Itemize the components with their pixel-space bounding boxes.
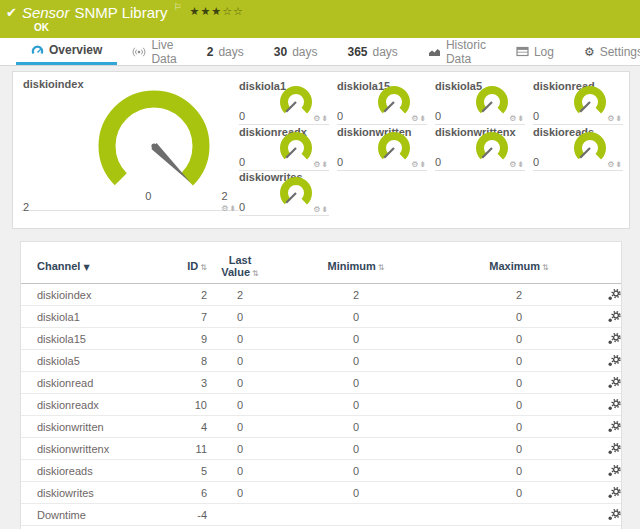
- channel-last-value: 0: [213, 465, 267, 477]
- channel-gear-icon: [607, 311, 621, 323]
- channel-minimum: 0: [267, 465, 445, 477]
- flag-icon[interactable]: ⚐: [174, 2, 182, 12]
- gauge-main-diskioindex[interactable]: diskioindex 0 2 2 ⚙⇟: [21, 72, 239, 211]
- edit-channel-button[interactable]: [593, 354, 623, 367]
- pin-icon[interactable]: ⇟: [321, 114, 329, 123]
- col-header-last-value[interactable]: LastValue⇅: [213, 254, 267, 278]
- status-badge: OK: [34, 22, 632, 33]
- gauge-cell-diskiola1[interactable]: diskiola1 0 ⚙⇟: [239, 72, 329, 125]
- table-row: diskioreads 5 0 0 0: [21, 460, 621, 482]
- channel-minimum: 0: [267, 333, 445, 345]
- gauge-dial: [373, 130, 415, 166]
- gauge-dial: [275, 175, 317, 211]
- channel-maximum: 0: [445, 465, 593, 477]
- table-row: diskionwrittenx 11 0 0 0: [21, 438, 621, 460]
- channel-name[interactable]: diskiola15: [37, 333, 165, 345]
- tab-historic-data[interactable]: Historic Data: [413, 38, 501, 65]
- edit-channel-button[interactable]: [593, 508, 623, 521]
- pin-icon[interactable]: ⇟: [321, 205, 329, 214]
- pin-icon[interactable]: ⇟: [517, 114, 525, 123]
- channel-last-value: 0: [213, 377, 267, 389]
- table-row: diskiola15 9 0 0 0: [21, 328, 621, 350]
- channel-name[interactable]: diskioindex: [37, 289, 165, 301]
- channel-name[interactable]: diskioreads: [37, 465, 165, 477]
- pin-icon[interactable]: ⇟: [615, 160, 623, 169]
- chart-icon: [428, 46, 441, 57]
- table-row: diskiola5 8 0 0 0: [21, 350, 621, 372]
- col-header-id[interactable]: ID⇅: [165, 260, 213, 272]
- edit-channel-button[interactable]: [593, 464, 623, 477]
- gauge-cell-diskiola15[interactable]: diskiola15 0 ⚙⇟: [337, 72, 427, 125]
- edit-channel-button[interactable]: [593, 376, 623, 389]
- gauge-dial: [373, 84, 415, 120]
- tab-settings[interactable]: ⚙ Settings: [569, 38, 640, 65]
- channel-name[interactable]: diskiowrites: [37, 487, 165, 499]
- edit-channel-button[interactable]: [593, 486, 623, 499]
- stars-empty: ☆☆: [222, 5, 244, 18]
- gauge-cell-diskionread[interactable]: diskionread 0 ⚙⇟: [533, 72, 623, 125]
- edit-channel-button[interactable]: [593, 398, 623, 411]
- tab-live-data[interactable]: Live Data: [117, 38, 191, 65]
- edit-channel-button[interactable]: [593, 332, 623, 345]
- col-header-channel[interactable]: Channel▼: [37, 260, 165, 272]
- gauge-cell-diskioreads[interactable]: diskioreads 0 ⚙⇟: [533, 125, 623, 171]
- gauge-cell-diskionwrittenx[interactable]: diskionwrittenx 0 ⚙⇟: [435, 125, 525, 171]
- col-header-maximum[interactable]: Maximum⇅: [445, 260, 593, 272]
- gauge-cell-diskionreadx[interactable]: diskionreadx 0 ⚙⇟: [239, 125, 329, 171]
- channel-name[interactable]: diskionwrittenx: [37, 443, 165, 455]
- channel-last-value: 0: [213, 311, 267, 323]
- priority-stars[interactable]: ★★★☆☆: [190, 5, 244, 18]
- pin-icon[interactable]: ⇟: [419, 114, 427, 123]
- col-header-minimum[interactable]: Minimum⇅: [267, 260, 445, 272]
- pin-icon[interactable]: ⇟: [517, 160, 525, 169]
- channel-maximum: 0: [445, 333, 593, 345]
- empty-cell: [337, 171, 427, 216]
- channel-maximum: 0: [445, 399, 593, 411]
- edit-channel-button[interactable]: [593, 442, 623, 455]
- gauge-value: 2: [23, 201, 29, 213]
- channel-gear-icon: [607, 399, 621, 411]
- tab-log[interactable]: Log: [501, 38, 569, 65]
- channel-maximum: 0: [445, 311, 593, 323]
- gauge-icon: [31, 44, 44, 56]
- gauge-cell-diskionwritten[interactable]: diskionwritten 0 ⚙⇟: [337, 125, 427, 171]
- tab-2-days[interactable]: 2 days: [192, 38, 259, 65]
- channel-minimum: 0: [267, 399, 445, 411]
- channel-name[interactable]: diskionread: [37, 377, 165, 389]
- channel-minimum: 0: [267, 421, 445, 433]
- channel-name[interactable]: diskionreadx: [37, 399, 165, 411]
- gauge-dial: [471, 130, 513, 166]
- tab-365-days[interactable]: 365 days: [332, 38, 412, 65]
- channel-maximum: 0: [445, 443, 593, 455]
- pin-icon[interactable]: ⇟: [321, 160, 329, 169]
- tab-30-days[interactable]: 30 days: [259, 38, 333, 65]
- gauge-cell-diskiowrites[interactable]: diskiowrites 0 ⚙⇟: [239, 171, 329, 216]
- gauges-panel: diskioindex 0 2 2 ⚙⇟ diskiola1 0 ⚙⇟ disk…: [12, 71, 630, 229]
- channel-maximum: 0: [445, 421, 593, 433]
- channel-maximum: 2: [445, 289, 593, 301]
- channel-gear-icon: [607, 377, 621, 389]
- pin-icon[interactable]: ⇟: [419, 160, 427, 169]
- channel-name[interactable]: Downtime: [37, 509, 165, 521]
- channel-last-value: 0: [213, 355, 267, 367]
- tab-overview[interactable]: Overview: [16, 38, 117, 65]
- channel-last-value: 0: [213, 399, 267, 411]
- channel-id: -4: [165, 509, 213, 521]
- channel-name[interactable]: diskiola5: [37, 355, 165, 367]
- gauge-dial: [569, 130, 611, 166]
- channel-name[interactable]: diskionwritten: [37, 421, 165, 433]
- channel-id: 2: [165, 289, 213, 301]
- channel-id: 5: [165, 465, 213, 477]
- channel-last-value: 0: [213, 421, 267, 433]
- edit-channel-button[interactable]: [593, 288, 623, 301]
- gauge-dial: [569, 84, 611, 120]
- channel-name[interactable]: diskiola1: [37, 311, 165, 323]
- gauge-cell-diskiola5[interactable]: diskiola5 0 ⚙⇟: [435, 72, 525, 125]
- gauge-dial: [275, 130, 317, 166]
- edit-channel-button[interactable]: [593, 420, 623, 433]
- empty-cell: [533, 171, 623, 216]
- pin-icon[interactable]: ⇟: [615, 114, 623, 123]
- edit-channel-button[interactable]: [593, 310, 623, 323]
- channel-minimum: 0: [267, 355, 445, 367]
- pin-icon[interactable]: ⇟: [229, 204, 237, 213]
